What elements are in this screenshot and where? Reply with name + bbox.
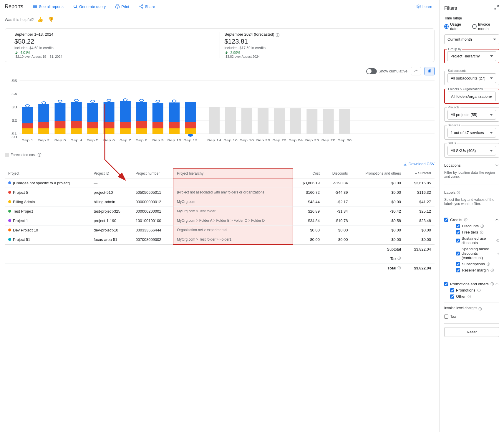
spending-based-info-icon[interactable] xyxy=(498,252,499,255)
discounts-checkbox[interactable] xyxy=(456,224,460,228)
invoice-charges-info-icon[interactable] xyxy=(478,307,482,311)
query-icon xyxy=(73,4,78,9)
show-cumulative-toggle[interactable]: Show cumulative xyxy=(366,68,407,74)
free-tiers-info-icon[interactable] xyxy=(480,231,483,234)
free-tiers-checkbox[interactable] xyxy=(456,230,460,234)
promotions-info-icon[interactable] xyxy=(490,282,494,286)
promotions-sub-checkbox[interactable] xyxy=(450,288,454,292)
invoice-charges-label: Invoice level charges xyxy=(444,306,477,310)
invoice-charges-section: Invoice level charges Tax xyxy=(444,306,499,319)
time-range-radio-group: Usage date Invoice month xyxy=(444,22,499,31)
print-link[interactable]: Print xyxy=(113,3,132,10)
tax-info-icon[interactable] xyxy=(397,256,401,260)
locations-accordion[interactable]: Locations xyxy=(444,161,499,169)
other-row: Other xyxy=(450,294,499,299)
promotions-accordion[interactable]: Promotions and others xyxy=(444,280,499,288)
current-month-select[interactable]: Current month xyxy=(444,34,499,44)
labels-accordion[interactable]: Labels xyxy=(444,188,499,196)
skus-select[interactable]: All SKUs (408) xyxy=(447,146,496,155)
svg-point-22 xyxy=(25,105,29,107)
thumbs-down-button[interactable]: 👎 xyxy=(47,16,55,24)
svg-rect-71 xyxy=(339,109,350,134)
credits-content: Discounts Free tiers Sustained use disco… xyxy=(444,224,499,272)
svg-rect-44 xyxy=(120,122,131,128)
svg-rect-5 xyxy=(428,70,429,72)
locations-content: Filter by location data like region and … xyxy=(444,169,499,181)
group-by-label: Group by xyxy=(447,47,462,51)
print-icon xyxy=(115,4,120,9)
table-row: Billing Admin billing-admin 000000000012… xyxy=(5,197,435,206)
learn-link[interactable]: Learn xyxy=(414,3,435,10)
tax-label: Tax xyxy=(450,314,456,319)
svg-point-42 xyxy=(107,99,111,102)
see-all-reports-link[interactable]: See all reports xyxy=(30,3,66,10)
promotions-sub-label: Promotions xyxy=(456,288,475,292)
svg-point-54 xyxy=(156,100,160,102)
credits-accordion[interactable]: Credits xyxy=(444,216,499,224)
usage-date-radio-circle xyxy=(444,24,449,29)
svg-point-1 xyxy=(142,4,143,6)
folders-select[interactable]: All folders/organizations (28) xyxy=(448,92,496,101)
subscriptions-info-icon[interactable] xyxy=(487,262,490,266)
line-chart-btn[interactable] xyxy=(411,67,421,75)
promotions-main-checkbox[interactable] xyxy=(444,282,448,286)
col-project: Project xyxy=(5,169,90,178)
svg-text:Sep 3: Sep 3 xyxy=(54,139,66,142)
services-select[interactable]: 1 out of 47 services xyxy=(447,128,496,138)
collapse-sidebar-button[interactable] xyxy=(494,5,499,11)
forecasted-change-note: -$3.82 over August 2024 xyxy=(225,55,425,58)
other-checkbox[interactable] xyxy=(450,294,454,299)
spending-based-checkbox[interactable] xyxy=(456,251,460,256)
subscriptions-checkbox[interactable] xyxy=(456,262,460,266)
svg-rect-70 xyxy=(323,109,334,134)
svg-text:Sep 2: Sep 2 xyxy=(38,139,50,142)
forecasted-summary-card: September 2024 (forecasted) $123.81 incl… xyxy=(220,32,430,58)
projects-select[interactable]: All projects (55) xyxy=(447,110,496,120)
svg-text:Sep 12: Sep 12 xyxy=(183,139,198,142)
download-csv-button[interactable]: Download CSV xyxy=(403,162,435,166)
col-project-number: Project number xyxy=(132,169,173,178)
forecasted-legend-info-icon[interactable] xyxy=(37,153,42,157)
svg-rect-39 xyxy=(104,128,115,134)
generate-query-link[interactable]: Generate query xyxy=(71,3,108,10)
subscriptions-label: Subscriptions xyxy=(462,262,485,266)
discounts-info-icon[interactable] xyxy=(480,224,484,228)
reseller-margin-checkbox[interactable] xyxy=(456,268,460,272)
credits-chevron-up-icon xyxy=(495,217,499,222)
share-link[interactable]: Share xyxy=(136,3,158,10)
group-by-select[interactable]: Project Hierarchy xyxy=(447,51,496,61)
promotions-sub-info-icon[interactable] xyxy=(477,289,481,292)
labels-info-icon[interactable] xyxy=(457,191,460,194)
svg-point-50 xyxy=(140,99,143,102)
svg-point-3 xyxy=(142,7,143,9)
svg-text:Sep 16: Sep 16 xyxy=(223,139,238,142)
credits-checkbox-row: Credits xyxy=(444,218,467,222)
usage-date-radio[interactable]: Usage date xyxy=(444,22,467,31)
helpful-bar: Was this helpful? 👍 👎 xyxy=(0,13,439,26)
svg-text:Sep 8: Sep 8 xyxy=(136,139,147,142)
invoice-month-radio-circle xyxy=(472,24,477,29)
thumbs-up-button[interactable]: 👍 xyxy=(36,16,44,24)
subaccounts-select[interactable]: All subaccounts (27) xyxy=(447,73,496,83)
credits-checkbox[interactable] xyxy=(444,218,448,222)
reset-button[interactable]: Reset xyxy=(444,327,499,337)
folders-section: Folders & Organizations All folders/orga… xyxy=(444,89,499,104)
forecasted-info-icon[interactable] xyxy=(276,33,280,37)
table-row: Test Project test-project-325 0000002000… xyxy=(5,206,435,216)
invoice-month-radio[interactable]: Invoice month xyxy=(472,22,499,31)
total-info-icon[interactable] xyxy=(397,266,401,269)
reseller-margin-info-icon[interactable] xyxy=(490,269,494,272)
svg-point-26 xyxy=(42,102,46,104)
svg-point-2 xyxy=(139,6,140,7)
other-info-icon[interactable] xyxy=(467,295,471,298)
svg-rect-66 xyxy=(258,108,268,134)
svg-point-62 xyxy=(188,134,193,137)
down-arrow-icon xyxy=(14,51,18,54)
credits-info-icon[interactable] xyxy=(464,218,467,221)
subaccounts-section: Subaccounts All subaccounts (27) xyxy=(444,71,499,85)
sustained-use-info-icon[interactable] xyxy=(496,239,499,242)
svg-text:Sep 28: Sep 28 xyxy=(321,139,335,142)
tax-checkbox[interactable] xyxy=(444,315,448,319)
bar-chart-btn[interactable] xyxy=(425,67,435,75)
sustained-use-checkbox[interactable] xyxy=(456,239,460,243)
